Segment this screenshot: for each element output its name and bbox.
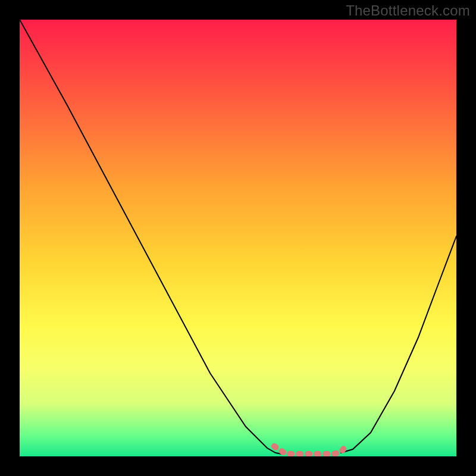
- series-left-curve: [20, 20, 281, 454]
- plot-area: [20, 20, 456, 456]
- series-bottom-flat: [274, 446, 346, 454]
- watermark-text: TheBottleneck.com: [346, 2, 470, 19]
- chart-svg: [20, 20, 456, 456]
- series-right-curve: [341, 236, 456, 453]
- chart-frame: TheBottleneck.com: [0, 0, 476, 476]
